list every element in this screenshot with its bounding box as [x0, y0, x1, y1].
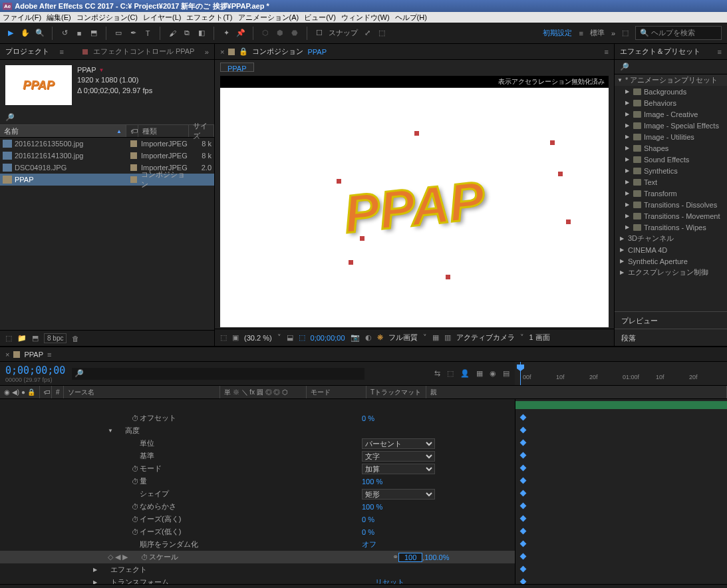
- property-row[interactable]: ▶エフェクト: [0, 563, 727, 576]
- project-columns-header[interactable]: 名前▲ 🏷 種類 サイズ: [0, 124, 214, 138]
- menu-item[interactable]: レイヤー(L): [143, 13, 181, 23]
- flow-tab[interactable]: PPAP: [220, 63, 254, 72]
- link-icon[interactable]: ⚭: [392, 553, 398, 561]
- lock-icon[interactable]: 🔒: [239, 47, 248, 56]
- preset-folder[interactable]: ▶Transitions - Dissolves: [615, 199, 727, 210]
- scale-x-input[interactable]: [398, 553, 422, 562]
- search-icon[interactable]: 🔎: [5, 113, 15, 122]
- menu-item[interactable]: ヘルプ(H): [395, 13, 427, 23]
- view-axis-icon[interactable]: ⬣: [289, 28, 300, 39]
- project-item[interactable]: 20161216135500.jpgImporterJPEG8 k: [0, 138, 214, 150]
- rotate-tool-icon[interactable]: ↺: [59, 28, 70, 39]
- property-row[interactable]: ⏱量100 %: [0, 475, 727, 488]
- menu-item[interactable]: エフェクト(T): [186, 13, 232, 23]
- zoom-tool-icon[interactable]: 🔍: [35, 28, 45, 39]
- property-value[interactable]: 0 %: [362, 528, 374, 536]
- quality-dropdown[interactable]: フル画質: [388, 333, 418, 343]
- paragraph-section[interactable]: 段落: [615, 329, 727, 346]
- pen-tool-icon[interactable]: ✒: [128, 28, 138, 39]
- timeline-menu-icon[interactable]: ≡: [47, 351, 51, 359]
- close-tab-icon[interactable]: ×: [220, 48, 224, 56]
- interpret-icon[interactable]: ⬚: [5, 334, 12, 343]
- 3d-view-icon[interactable]: ▦: [432, 333, 439, 342]
- local-axis-icon[interactable]: ⬡: [260, 28, 271, 39]
- property-row[interactable]: ▶トランスフォームリセット: [0, 576, 727, 584]
- new-comp-icon[interactable]: ⬒: [32, 334, 39, 343]
- world-axis-icon[interactable]: ⬢: [275, 28, 285, 39]
- pin-tool-icon[interactable]: 📌: [235, 28, 246, 39]
- current-time[interactable]: 0;00;00;00: [311, 334, 345, 342]
- workspace-dropdown[interactable]: 初期設定: [543, 28, 572, 38]
- effect-group[interactable]: ▶CINEMA 4D: [615, 244, 727, 255]
- property-row[interactable]: シェイプ矩形: [0, 488, 727, 500]
- workspace-menu-icon[interactable]: ≡: [579, 29, 583, 37]
- preset-folder[interactable]: ▶Synthetics: [615, 165, 727, 176]
- menu-item[interactable]: ビュー(V): [304, 13, 336, 23]
- property-row[interactable]: ⏱モード加算: [0, 462, 727, 475]
- preset-folder[interactable]: ▶Shapes: [615, 142, 727, 154]
- roi-icon[interactable]: ⬚: [299, 333, 305, 342]
- transform-handle[interactable]: [360, 236, 364, 241]
- snap-opt1-icon[interactable]: ⤢: [362, 28, 372, 39]
- property-row[interactable]: 順序をランダム化オフ: [0, 538, 727, 551]
- project-item[interactable]: PPAPコンポジション: [0, 174, 214, 186]
- shy-icon[interactable]: 👤: [460, 369, 470, 378]
- snap-checkbox-icon[interactable]: ☐: [314, 28, 325, 39]
- property-dropdown[interactable]: パーセント: [362, 438, 435, 449]
- transform-handle[interactable]: [550, 140, 555, 145]
- effect-group[interactable]: ▶エクスプレッション制御: [615, 267, 727, 278]
- playhead[interactable]: [520, 362, 521, 385]
- transform-handle[interactable]: [566, 220, 571, 224]
- project-menu-icon[interactable]: ≡: [59, 48, 63, 56]
- property-value[interactable]: リセット: [375, 577, 404, 584]
- preset-folder[interactable]: ▶Sound Effects: [615, 154, 727, 165]
- draft-3d-icon[interactable]: ⬚: [447, 369, 454, 378]
- preset-folder[interactable]: ▶Image - Creative: [615, 108, 727, 120]
- help-search-input[interactable]: 🔍 ヘルプを検索: [635, 26, 722, 40]
- tab-effects-presets[interactable]: エフェクト＆プリセット: [620, 47, 700, 57]
- resolution-icon[interactable]: ⬓: [287, 333, 293, 342]
- menu-item[interactable]: コンポジション(C): [76, 13, 138, 23]
- transform-handle[interactable]: [414, 131, 419, 136]
- selection-tool-icon[interactable]: ▶: [5, 28, 16, 39]
- preset-folder[interactable]: ▶Behaviors: [615, 97, 727, 108]
- always-preview-icon[interactable]: ⬚: [220, 333, 227, 342]
- transform-handle[interactable]: [558, 172, 563, 176]
- camera-tool-icon[interactable]: ■: [74, 28, 84, 39]
- transform-handle[interactable]: [349, 260, 353, 265]
- property-value[interactable]: 100 %: [362, 478, 382, 486]
- transform-handle[interactable]: [337, 179, 341, 184]
- menu-item[interactable]: ファイル(F): [3, 13, 41, 23]
- motion-blur-icon[interactable]: ◉: [490, 369, 496, 378]
- graph-editor-icon[interactable]: ▤: [503, 369, 509, 378]
- property-row[interactable]: ◇ ◀ ▶⏱スケール⚭ , 100.0%: [0, 551, 727, 563]
- current-time-display[interactable]: 0;00;00;00: [5, 365, 65, 376]
- preset-folder[interactable]: ▶Image - Utilities: [615, 131, 727, 142]
- camera-dropdown[interactable]: アクティブカメラ: [456, 333, 515, 343]
- property-dropdown[interactable]: 文字: [362, 451, 435, 462]
- effect-group[interactable]: ▶3Dチャンネル: [615, 233, 727, 244]
- property-dropdown[interactable]: 加算: [362, 464, 435, 474]
- comp-mini-flow-icon[interactable]: ⇆: [434, 369, 440, 378]
- menu-bar[interactable]: ファイル(F)編集(E)コンポジション(C)レイヤー(L)エフェクト(T)アニメ…: [0, 12, 727, 23]
- sync-icon[interactable]: ⬚: [622, 29, 629, 37]
- property-value[interactable]: 0 %: [362, 515, 374, 523]
- property-row[interactable]: ▼高度: [0, 424, 727, 437]
- property-value[interactable]: 0 %: [362, 414, 374, 422]
- property-row[interactable]: ⏱イーズ(低く)0 %: [0, 525, 727, 538]
- composition-canvas[interactable]: PPAP: [220, 88, 609, 327]
- preset-folder[interactable]: ▶Transitions - Wipes: [615, 221, 727, 233]
- ep-menu-icon[interactable]: ≡: [718, 48, 722, 56]
- comp-menu-icon[interactable]: ≡: [605, 48, 609, 56]
- preset-folder[interactable]: ▶Transform: [615, 188, 727, 199]
- roto-tool-icon[interactable]: ✦: [221, 28, 231, 39]
- menu-item[interactable]: ウィンドウ(W): [341, 13, 390, 23]
- preset-folder[interactable]: ▶Image - Special Effects: [615, 120, 727, 131]
- folder-icon[interactable]: 📁: [17, 334, 27, 343]
- project-item[interactable]: 20161216141300.jpgImporterJPEG8 k: [0, 150, 214, 162]
- comp-thumbnail[interactable]: PPAP: [5, 65, 72, 105]
- property-dropdown[interactable]: 矩形: [362, 489, 435, 500]
- frame-blend-icon[interactable]: ▦: [476, 369, 483, 378]
- views-dropdown[interactable]: 1 画面: [529, 333, 550, 343]
- menu-item[interactable]: 編集(E): [47, 13, 71, 23]
